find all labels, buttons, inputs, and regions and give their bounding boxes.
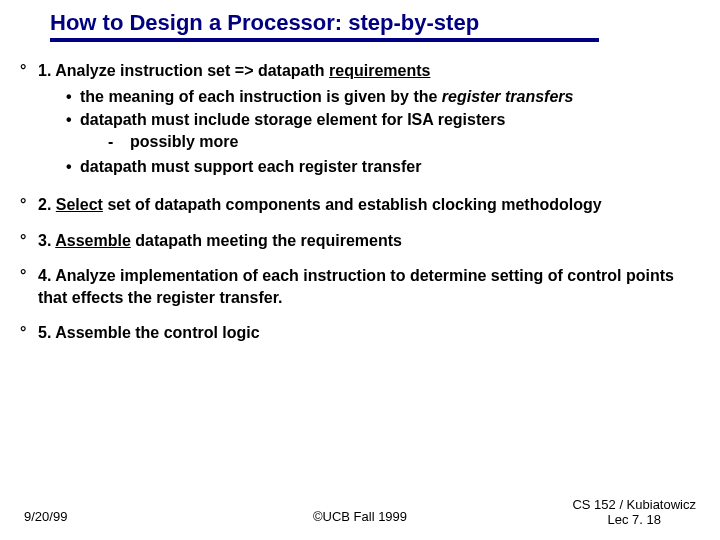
footer-course-line2: Lec 7. 18: [572, 513, 696, 528]
step-1-b2-subrow: - possibly more: [108, 131, 505, 153]
step-1-b1-i: register transfers: [442, 88, 574, 105]
step-1-body: 1. Analyze instruction set => datapath r…: [38, 60, 700, 180]
step-5: ° 5. Assemble the control logic: [20, 322, 700, 344]
dash-bullet: -: [108, 131, 130, 153]
title-wrap: How to Design a Processor: step-by-step: [50, 10, 700, 42]
step-3: ° 3. Assemble datapath meeting the requi…: [20, 230, 700, 252]
degree-bullet: °: [20, 322, 38, 344]
content: ° 1. Analyze instruction set => datapath…: [20, 60, 700, 344]
step-1-b2-sub: - possibly more: [108, 131, 505, 153]
step-5-body: 5. Assemble the control logic: [38, 322, 700, 344]
step-3-u: Assemble: [55, 232, 131, 249]
step-4: ° 4. Analyze implementation of each inst…: [20, 265, 700, 308]
step-1: ° 1. Analyze instruction set => datapath…: [20, 60, 700, 180]
step-3-a: 3.: [38, 232, 55, 249]
dot-bullet: •: [66, 156, 80, 178]
step-1-b1: • the meaning of each instruction is giv…: [66, 86, 700, 108]
step-2-a: 2.: [38, 196, 56, 213]
step-1-b3: • datapath must support each register tr…: [66, 156, 700, 178]
degree-bullet: °: [20, 230, 38, 252]
step-1-b2-text: datapath must include storage element fo…: [80, 109, 505, 154]
step-2-u: Select: [56, 196, 103, 213]
step-1-b2-span: datapath must include storage element fo…: [80, 111, 505, 128]
footer-course: CS 152 / Kubiatowicz Lec 7. 18: [572, 498, 696, 528]
dot-bullet: •: [66, 109, 80, 154]
slide-title: How to Design a Processor: step-by-step: [50, 10, 599, 42]
step-1-b1-a: the meaning of each instruction is given…: [80, 88, 442, 105]
step-2-b: set of datapath components and establish…: [103, 196, 602, 213]
step-1-sub: • the meaning of each instruction is giv…: [66, 86, 700, 178]
step-1-b3-text: datapath must support each register tran…: [80, 156, 421, 178]
slide: How to Design a Processor: step-by-step …: [0, 0, 720, 344]
footer-course-line1: CS 152 / Kubiatowicz: [572, 498, 696, 513]
step-3-b: datapath meeting the requirements: [131, 232, 402, 249]
degree-bullet: °: [20, 265, 38, 308]
degree-bullet: °: [20, 194, 38, 216]
step-1-head-u: requirements: [329, 62, 430, 79]
step-2: ° 2. Select set of datapath components a…: [20, 194, 700, 216]
dot-bullet: •: [66, 86, 80, 108]
step-1-b2-sub-text: possibly more: [130, 131, 238, 153]
degree-bullet: °: [20, 60, 38, 180]
step-1-b1-text: the meaning of each instruction is given…: [80, 86, 573, 108]
step-1-head-a: 1. Analyze instruction set => datapath: [38, 62, 329, 79]
step-4-body: 4. Analyze implementation of each instru…: [38, 265, 700, 308]
step-1-b2: • datapath must include storage element …: [66, 109, 700, 154]
step-3-body: 3. Assemble datapath meeting the require…: [38, 230, 700, 252]
step-2-body: 2. Select set of datapath components and…: [38, 194, 700, 216]
